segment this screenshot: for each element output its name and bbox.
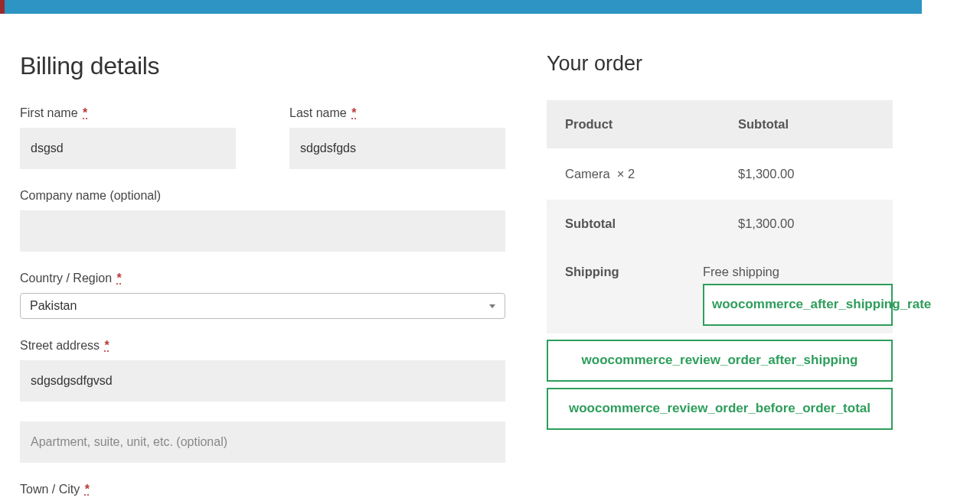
- street-address-input[interactable]: [20, 360, 505, 402]
- shipping-value-cell: Free shipping woocommerce_after_shipping…: [695, 248, 893, 333]
- billing-heading: Billing details: [20, 52, 505, 80]
- order-item-row: Camera × 2 $1,300.00: [547, 148, 893, 200]
- required-mark: *: [83, 106, 87, 119]
- company-label: Company name (optional): [20, 189, 505, 203]
- required-mark: *: [105, 339, 109, 352]
- checkout-page: Billing details First name * Last name *…: [0, 14, 919, 501]
- country-label: Country / Region *: [20, 272, 505, 285]
- country-field: Country / Region * Pakistan: [20, 272, 505, 319]
- order-heading: Your order: [547, 52, 893, 76]
- company-field: Company name (optional): [20, 189, 505, 252]
- order-subtotal-row: Subtotal $1,300.00: [547, 200, 893, 248]
- street-address-field: Street address *: [20, 339, 505, 402]
- qty-prefix: ×: [617, 167, 628, 181]
- street-address-label: Street address *: [20, 339, 505, 353]
- required-mark: *: [85, 483, 90, 496]
- street-address-2-input[interactable]: [20, 421, 505, 463]
- subtotal-value: $1,300.00: [720, 200, 893, 248]
- company-input[interactable]: [20, 210, 505, 252]
- required-mark: *: [351, 106, 356, 119]
- col-product: Product: [547, 100, 720, 148]
- last-name-input[interactable]: [289, 128, 505, 169]
- first-name-field: First name *: [20, 106, 236, 169]
- shipping-label: Shipping: [547, 248, 695, 333]
- country-select[interactable]: Pakistan: [20, 293, 505, 319]
- order-item-name-cell: Camera × 2: [547, 148, 720, 200]
- first-name-input[interactable]: [20, 128, 236, 169]
- last-name-label: Last name *: [289, 106, 505, 120]
- hook-review-order-after-shipping: woocommerce_review_order_after_shipping: [547, 340, 893, 382]
- chevron-down-icon: [489, 304, 495, 308]
- subtotal-label: Subtotal: [547, 200, 720, 248]
- required-mark: *: [117, 272, 122, 285]
- order-section: Your order Product Subtotal Camera × 2 $…: [547, 52, 893, 501]
- top-accent-bar: [0, 0, 922, 14]
- last-name-field: Last name *: [289, 106, 505, 169]
- hook-after-shipping-rate: woocommerce_after_shipping_rate: [703, 284, 893, 326]
- billing-section: Billing details First name * Last name *…: [20, 52, 505, 501]
- country-selected-value: Pakistan: [30, 299, 77, 313]
- order-item-qty: 2: [628, 167, 635, 181]
- order-item-subtotal: $1,300.00: [720, 148, 893, 200]
- street-address-2-field: [20, 421, 505, 463]
- city-label: Town / City *: [20, 483, 505, 496]
- city-field: Town / City *: [20, 483, 505, 501]
- order-shipping-row: Shipping Free shipping woocommerce_after…: [547, 248, 893, 333]
- col-subtotal: Subtotal: [720, 100, 893, 148]
- first-name-label: First name *: [20, 106, 236, 120]
- hook-review-order-before-order-total: woocommerce_review_order_before_order_to…: [547, 388, 893, 430]
- order-table-header: Product Subtotal: [547, 100, 893, 148]
- order-review-table: Product Subtotal Camera × 2 $1,300.00 Su…: [547, 100, 893, 333]
- shipping-value: Free shipping: [703, 265, 779, 278]
